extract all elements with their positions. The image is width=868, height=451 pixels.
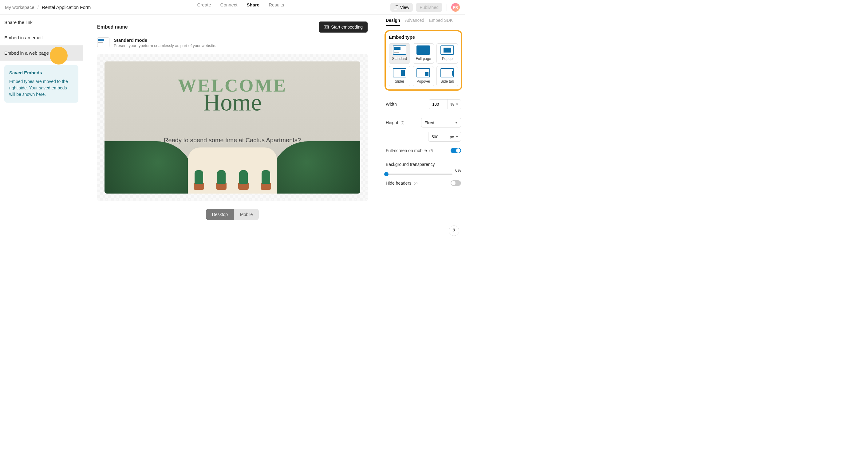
tab-connect[interactable]: Connect — [220, 2, 238, 12]
embed-type-fullpage[interactable]: Full-page — [413, 43, 434, 64]
height-input[interactable] — [429, 132, 447, 141]
left-sidebar: Share the link Embed in an email Embed i… — [0, 15, 83, 241]
top-nav: Create Connect Share Results — [197, 2, 284, 12]
saved-embeds-text: Embed types are moved to the right side.… — [9, 78, 73, 98]
bg-transparency-value: 0% — [455, 168, 461, 173]
width-unit-select[interactable]: % — [447, 100, 461, 109]
embed-type-grid: Standard Full-page Popup Slider Popover — [389, 43, 458, 86]
popup-type-icon — [440, 45, 454, 55]
bg-transparency-label: Background transparency — [386, 162, 435, 167]
device-toggle: Desktop Mobile — [97, 209, 368, 220]
width-input[interactable] — [429, 100, 447, 109]
sidebar-item-embed-email[interactable]: Embed in an email — [0, 30, 83, 45]
external-link-icon — [394, 5, 398, 9]
standard-mode-icon — [97, 37, 110, 47]
separator — [446, 4, 447, 11]
height-input-group: px — [428, 132, 461, 141]
chevron-down-icon — [456, 103, 458, 105]
embed-mode-desc: Present your typeform seamlessly as part… — [114, 43, 216, 48]
height-mode-select[interactable]: Fixed — [421, 118, 461, 128]
prop-height: Height (?) Fixed — [386, 118, 461, 128]
breadcrumb: My workspace / Rental Application Form — [5, 5, 91, 10]
hide-headers-label: Hide headers — [386, 181, 411, 186]
embed-mode-row: Standard mode Present your typeform seam… — [97, 37, 368, 48]
preview-wrapper: WELCOME Home Ready to spend some time at… — [97, 54, 368, 201]
help-fab[interactable]: ? — [449, 226, 459, 236]
embed-type-title: Embed type — [389, 34, 458, 40]
view-button[interactable]: View — [390, 3, 413, 12]
preview-home-text: Home — [104, 89, 360, 116]
center-panel: Embed name </> Start embedding Standard … — [83, 15, 382, 241]
code-icon: </> — [324, 25, 329, 29]
embed-name-heading: Embed name — [97, 24, 128, 30]
tab-results[interactable]: Results — [269, 2, 284, 12]
sidetab-type-icon — [440, 68, 454, 77]
prop-fullscreen-mobile: Full-screen on mobile (?) — [386, 148, 461, 153]
start-embedding-label: Start embedding — [331, 25, 363, 30]
chevron-down-icon — [455, 122, 458, 124]
slider-thumb[interactable] — [384, 172, 389, 176]
saved-embeds-title: Saved Embeds — [9, 70, 73, 75]
embed-type-highlight: Embed type Standard Full-page Popup Slid… — [384, 30, 462, 91]
hide-headers-toggle[interactable] — [451, 180, 461, 186]
right-tab-sdk[interactable]: Embed SDK — [429, 18, 453, 26]
prop-bg-transparency: Background transparency — [386, 162, 461, 167]
prop-hide-headers: Hide headers (?) — [386, 180, 461, 186]
right-tabs: Design Advanced Embed SDK — [386, 18, 461, 26]
right-panel: Design Advanced Embed SDK Embed type Sta… — [382, 15, 465, 241]
prop-width: Width % — [386, 99, 461, 109]
embed-mode-title: Standard mode — [114, 37, 216, 43]
avatar[interactable]: PR — [451, 3, 460, 12]
tab-share[interactable]: Share — [247, 2, 259, 12]
decor-pillow-center — [188, 148, 277, 194]
embed-type-slider[interactable]: Slider — [389, 66, 410, 86]
fullscreen-mobile-label: Full-screen on mobile — [386, 148, 427, 153]
embed-type-popup[interactable]: Popup — [436, 43, 458, 64]
width-label: Width — [386, 102, 397, 107]
device-desktop[interactable]: Desktop — [206, 209, 234, 220]
sidebar-item-embed-web-label: Embed in a web page — [4, 51, 49, 56]
embed-type-popover[interactable]: Popover — [413, 66, 434, 86]
help-icon[interactable]: (?) — [413, 181, 418, 186]
bg-transparency-slider[interactable] — [386, 173, 453, 175]
top-right: View Published PR — [390, 3, 460, 12]
top-bar: My workspace / Rental Application Form C… — [0, 0, 465, 15]
chevron-down-icon — [456, 136, 458, 138]
breadcrumb-form[interactable]: Rental Application Form — [42, 5, 91, 10]
published-button[interactable]: Published — [416, 3, 442, 12]
saved-embeds-card: Saved Embeds Embed types are moved to th… — [4, 65, 79, 103]
device-mobile[interactable]: Mobile — [234, 209, 259, 220]
embed-type-sidetab[interactable]: Side tab — [436, 66, 458, 86]
view-button-label: View — [400, 5, 409, 10]
fullscreen-mobile-toggle[interactable] — [451, 148, 461, 153]
right-tab-advanced[interactable]: Advanced — [405, 18, 424, 26]
form-preview: WELCOME Home Ready to spend some time at… — [104, 61, 360, 194]
popover-type-icon — [416, 68, 430, 77]
sidebar-item-embed-web[interactable]: Embed in a web page — [0, 45, 83, 61]
height-label: Height — [386, 120, 398, 125]
bg-transparency-slider-row: 0% — [386, 169, 461, 176]
annotation-highlight-icon — [50, 47, 68, 65]
right-tab-design[interactable]: Design — [386, 18, 400, 26]
sidebar-item-share-link[interactable]: Share the link — [0, 15, 83, 30]
height-unit-select[interactable]: px — [447, 132, 461, 141]
standard-type-icon — [393, 45, 406, 55]
help-icon[interactable]: (?) — [400, 120, 405, 125]
slider-type-icon — [393, 68, 406, 77]
fullpage-type-icon — [416, 45, 430, 55]
width-input-group: % — [429, 99, 461, 109]
help-icon[interactable]: (?) — [429, 148, 434, 153]
tab-create[interactable]: Create — [197, 2, 211, 12]
breadcrumb-workspace[interactable]: My workspace — [5, 5, 34, 10]
embed-type-standard[interactable]: Standard — [389, 43, 410, 64]
breadcrumb-sep: / — [37, 5, 39, 10]
start-embedding-button[interactable]: </> Start embedding — [319, 22, 368, 33]
